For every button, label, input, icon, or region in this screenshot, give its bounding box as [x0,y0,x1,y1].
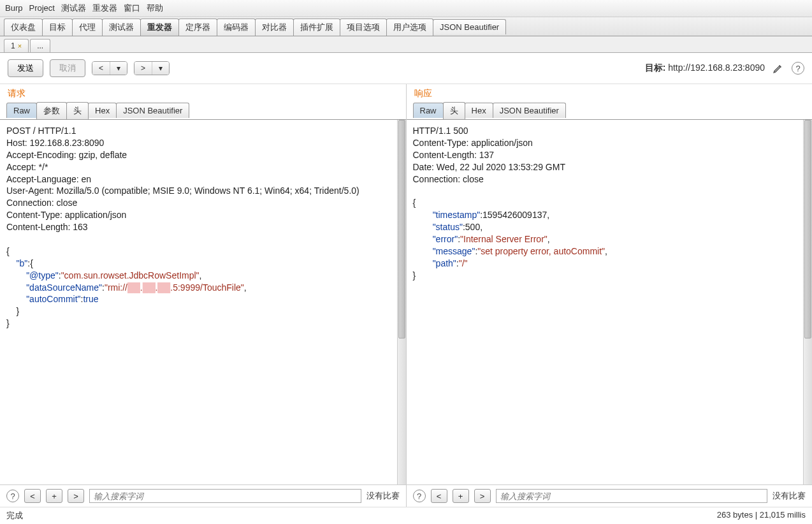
response-viewer[interactable]: HTTP/1.1 500 Content-Type: application/j… [407,120,804,484]
main-tab-10[interactable]: 用户选项 [386,18,433,36]
help-icon[interactable]: ? [792,62,804,75]
view-tab-JSON Beautifier[interactable]: JSON Beautifier [116,103,189,118]
request-search-add-button[interactable]: + [46,489,62,503]
action-toolbar: 发送 取消 < ▾ > ▾ 目标: http://192.168.8.23:80… [0,53,812,84]
view-tab-Hex[interactable]: Hex [465,103,493,118]
close-icon[interactable]: × [18,42,22,50]
response-search-prev-button[interactable]: < [431,489,447,503]
response-search-bar: ? < + > 没有比赛 [407,484,813,507]
view-tab-JSON Beautifier[interactable]: JSON Beautifier [493,103,566,118]
request-search-help-icon[interactable]: ? [6,490,19,502]
response-search-result: 没有比赛 [772,490,806,502]
cancel-button[interactable]: 取消 [50,59,85,77]
status-left: 完成 [6,510,23,521]
request-search-bar: ? < + > 没有比赛 [0,484,406,507]
target-label: 目标: http://192.168.8.23:8090 [645,62,765,74]
main-tab-3[interactable]: 测试器 [102,18,141,36]
main-tab-2[interactable]: 代理 [72,18,103,36]
request-panel: 请求 Raw参数头HexJSON Beautifier POST / HTTP/… [0,84,407,507]
request-search-input[interactable] [89,489,361,503]
response-panel: 响应 Raw头HexJSON Beautifier HTTP/1.1 500 C… [407,84,813,507]
history-forward-dropdown[interactable]: ▾ [152,62,169,75]
request-view-tabs: Raw参数头HexJSON Beautifier [0,102,406,119]
menu-Project[interactable]: Project [29,3,54,13]
status-right: 263 bytes | 21,015 millis [717,510,806,521]
main-tab-7[interactable]: 对比器 [255,18,294,36]
response-view-tabs: Raw头HexJSON Beautifier [407,102,813,119]
view-tab-Hex[interactable]: Hex [88,103,117,118]
menu-Burp[interactable]: Burp [5,3,22,13]
send-button[interactable]: 发送 [8,59,43,77]
main-tab-0[interactable]: 仪表盘 [4,18,43,36]
menu-窗口[interactable]: 窗口 [124,3,140,13]
history-forward-group: > ▾ [134,61,170,75]
response-title: 响应 [407,84,813,102]
response-search-help-icon[interactable]: ? [413,490,426,502]
view-tab-Raw[interactable]: Raw [413,103,444,118]
main-tab-6[interactable]: 编码器 [217,18,256,36]
main-tab-1[interactable]: 目标 [42,18,73,36]
main-tab-4[interactable]: 重发器 [140,18,179,36]
repeater-subtabs: 1×... [0,36,812,53]
menu-重发器[interactable]: 重发器 [92,3,117,13]
main-tab-11[interactable]: JSON Beautifier [433,19,506,34]
menubar: BurpProject测试器重发器窗口帮助 [0,0,812,17]
request-search-next-button[interactable]: > [68,489,84,503]
view-tab-参数[interactable]: 参数 [36,102,67,119]
view-tab-头[interactable]: 头 [443,102,465,119]
main-tab-8[interactable]: 插件扩展 [293,18,340,36]
history-forward-button[interactable]: > [134,62,152,75]
view-tab-头[interactable]: 头 [66,102,89,119]
split-panels: 请求 Raw参数头HexJSON Beautifier POST / HTTP/… [0,84,812,507]
menu-测试器[interactable]: 测试器 [61,3,86,13]
request-scrollbar[interactable] [397,120,406,484]
response-search-next-button[interactable]: > [474,489,491,503]
response-search-input[interactable] [496,489,768,503]
menu-帮助[interactable]: 帮助 [147,3,163,13]
request-editor[interactable]: POST / HTTP/1.1 Host: 192.168.8.23:8090 … [0,120,397,484]
request-search-result: 没有比赛 [366,490,400,502]
repeater-tab-1[interactable]: ... [30,39,50,52]
history-back-dropdown[interactable]: ▾ [110,62,127,75]
view-tab-Raw[interactable]: Raw [6,103,37,118]
request-search-prev-button[interactable]: < [24,489,41,503]
history-back-button[interactable]: < [92,62,110,75]
status-bar: 完成 263 bytes | 21,015 millis [0,507,812,524]
response-scrollbar[interactable] [803,120,812,484]
response-search-add-button[interactable]: + [453,489,469,503]
main-tab-9[interactable]: 项目选项 [340,18,387,36]
history-back-group: < ▾ [92,61,127,75]
repeater-tab-0[interactable]: 1× [4,39,29,52]
edit-target-icon[interactable] [771,61,785,75]
main-tab-strip: 仪表盘目标代理测试器重发器定序器编码器对比器插件扩展项目选项用户选项JSON B… [0,17,812,36]
main-tab-5[interactable]: 定序器 [178,18,217,36]
request-title: 请求 [0,84,406,102]
